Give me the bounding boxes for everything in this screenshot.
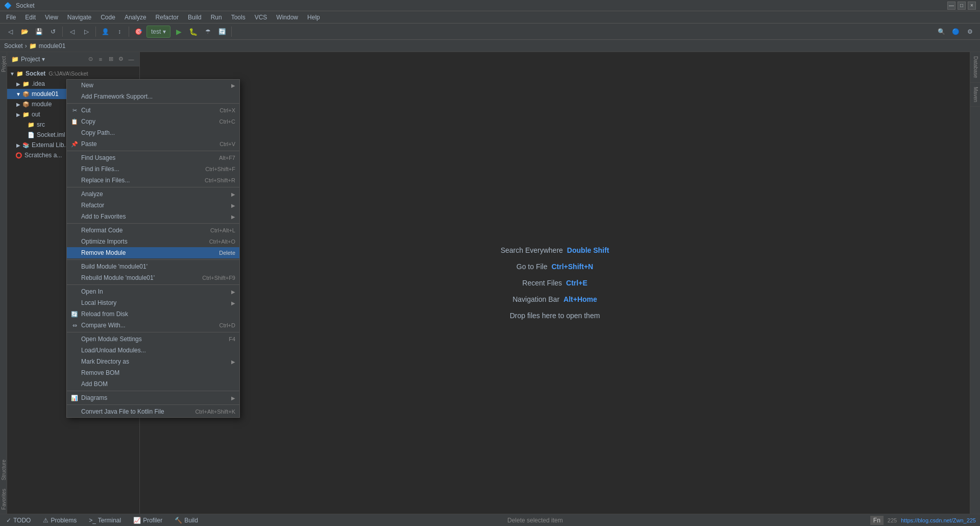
minimize-button[interactable]: — — [947, 2, 955, 10]
ctx-item-new[interactable]: New ▶ — [67, 80, 239, 91]
profiler-icon: 📈 — [133, 517, 141, 524]
tree-label-src: src — [37, 121, 45, 128]
toolbar-vcs-button[interactable]: ↕ — [113, 26, 126, 38]
ctx-item-mark-directory-as[interactable]: Mark Directory as ▶ — [67, 356, 239, 367]
ctx-item-add-bom[interactable]: Add BOM — [67, 378, 239, 390]
ctx-copy-label: Copy — [81, 118, 95, 125]
ctx-item-find-in-files[interactable]: Find in Files... Ctrl+Shift+F — [67, 163, 239, 175]
ctx-item-reformat-code[interactable]: Reformat Code Ctrl+Alt+L — [67, 225, 239, 236]
menu-item-analyze[interactable]: Analyze — [120, 13, 151, 22]
toolbar-save-button[interactable]: 💾 — [33, 26, 45, 38]
menu-item-view[interactable]: View — [41, 13, 62, 22]
ctx-item-load-unload-modules[interactable]: Load/Unload Modules... — [67, 345, 239, 356]
ctx-item-add-to-favorites[interactable]: Add to Favorites ▶ — [67, 211, 239, 222]
ctx-copy-icon: 📋 — [71, 118, 78, 125]
project-collapse-button[interactable]: ≡ — [96, 55, 105, 63]
menu-item-run[interactable]: Run — [207, 13, 226, 22]
menu-item-build[interactable]: Build — [184, 13, 206, 22]
ctx-item-convert-java[interactable]: Convert Java File to Kotlin File Ctrl+Al… — [67, 406, 239, 417]
project-sync-button[interactable]: ⊙ — [86, 55, 94, 63]
breadcrumb-folder-icon: 📁 — [29, 42, 37, 50]
menu-item-vcs[interactable]: VCS — [251, 13, 272, 22]
menu-item-code[interactable]: Code — [96, 13, 119, 22]
ctx-item-build-module[interactable]: Build Module 'module01' — [67, 261, 239, 272]
editor-hint-nav-bar-label: Navigation Bar — [512, 295, 559, 303]
right-tab-maven[interactable]: Maven — [970, 83, 980, 107]
ctx-item-add-framework[interactable]: Add Framework Support... — [67, 91, 239, 102]
project-title-dropdown-icon: ▾ — [42, 56, 45, 63]
ctx-item-remove-module[interactable]: Remove Module Delete — [67, 247, 239, 258]
bottom-tab-profiler[interactable]: 📈 Profiler — [131, 517, 164, 524]
run-button[interactable]: ▶ — [173, 26, 185, 38]
editor-hint-search-key: Double Shift — [567, 246, 609, 254]
debug-button[interactable]: 🐛 — [187, 26, 200, 38]
toolbar-open-file-button[interactable]: 📂 — [18, 26, 31, 38]
right-tab-database[interactable]: Database — [970, 52, 980, 83]
menu-item-file[interactable]: File — [2, 13, 20, 22]
run-config-button[interactable]: test ▾ — [146, 26, 170, 38]
bottom-tab-terminal[interactable]: >_ Terminal — [87, 517, 123, 524]
ctx-item-reload-from-disk[interactable]: 🔄 Reload from Disk — [67, 308, 239, 320]
maximize-button[interactable]: □ — [958, 2, 966, 10]
bottom-tab-build[interactable]: 🔨 Build — [173, 517, 200, 524]
ctx-item-cut[interactable]: ✂ Cut Ctrl+X — [67, 105, 239, 116]
menu-item-window[interactable]: Window — [272, 13, 302, 22]
ctx-item-new-left: New — [71, 82, 93, 89]
ctx-item-local-history[interactable]: Local History ▶ — [67, 297, 239, 308]
ctx-local-history-label: Local History — [81, 299, 116, 306]
ctx-compare-with-shortcut: Ctrl+D — [219, 322, 235, 328]
project-title[interactable]: 📁 Project ▾ — [11, 56, 45, 63]
menu-item-help[interactable]: Help — [303, 13, 324, 22]
project-settings-button[interactable]: ⚙ — [117, 55, 125, 63]
ctx-new-arrow: ▶ — [231, 83, 235, 88]
left-tab-structure[interactable]: Structure — [0, 456, 7, 485]
ctx-item-compare-with[interactable]: ⇔ Compare With... Ctrl+D — [67, 320, 239, 331]
toolbar-search-button[interactable]: 🔍 — [935, 26, 947, 38]
ctx-item-rebuild-module[interactable]: Rebuild Module 'module01' Ctrl+Shift+F9 — [67, 272, 239, 283]
ctx-item-find-usages[interactable]: Find Usages Alt+F7 — [67, 152, 239, 163]
close-button[interactable]: × — [968, 2, 976, 10]
ctx-item-copy-path-left: Copy Path... — [71, 129, 115, 136]
menu-item-navigate[interactable]: Navigate — [63, 13, 95, 22]
toolbar-redo-button[interactable]: ▷ — [80, 26, 92, 38]
menu-item-tools[interactable]: Tools — [227, 13, 250, 22]
context-menu: New ▶ Add Framework Support... ✂ Cut Ctr… — [66, 79, 240, 418]
ctx-item-refactor[interactable]: Refactor ▶ — [67, 200, 239, 211]
toolbar-separator-4 — [231, 27, 232, 37]
tree-item-root[interactable]: ▼ 📁 Socket G:\JAVA\Socket — [7, 68, 139, 79]
toolbar-undo-button[interactable]: ◁ — [66, 26, 78, 38]
left-tab-favorites[interactable]: Favorites — [0, 485, 7, 514]
bottom-tab-todo[interactable]: ✓ TODO — [4, 517, 33, 524]
profiler-label: Profiler — [143, 517, 162, 524]
ctx-find-in-files-shortcut: Ctrl+Shift+F — [205, 166, 235, 172]
ctx-new-label: New — [81, 82, 93, 89]
profile-button[interactable]: 🔄 — [216, 26, 228, 38]
toolbar-refresh-button[interactable]: ↺ — [47, 26, 59, 38]
ctx-item-replace-in-files[interactable]: Replace in Files... Ctrl+Shift+R — [67, 175, 239, 186]
ctx-item-copy[interactable]: 📋 Copy Ctrl+C — [67, 116, 239, 127]
ctx-find-usages-shortcut: Alt+F7 — [219, 155, 235, 161]
project-sort-button[interactable]: ⊞ — [107, 55, 115, 63]
ctx-item-open-module-settings[interactable]: Open Module Settings F4 — [67, 333, 239, 345]
ctx-item-paste[interactable]: 📌 Paste Ctrl+V — [67, 138, 239, 150]
toolbar-back-button[interactable]: ◁ — [4, 26, 16, 38]
toolbar-settings-button[interactable]: ⚙ — [964, 26, 976, 38]
menu-item-edit[interactable]: Edit — [21, 13, 40, 22]
ctx-item-optimize-imports[interactable]: Optimize Imports Ctrl+Alt+O — [67, 236, 239, 247]
toolbar-plugin-button[interactable]: 🔵 — [949, 26, 962, 38]
ctx-item-open-in[interactable]: Open In ▶ — [67, 286, 239, 297]
left-tab-project[interactable]: Project — [0, 52, 7, 76]
ctx-item-remove-bom[interactable]: Remove BOM — [67, 367, 239, 378]
coverage-button[interactable]: ☂ — [202, 26, 214, 38]
tree-arrow-module: ▶ — [15, 102, 21, 107]
ctx-item-analyze[interactable]: Analyze ▶ — [67, 188, 239, 200]
menu-item-refactor[interactable]: Refactor — [152, 13, 183, 22]
toolbar-user-button[interactable]: 👤 — [99, 26, 111, 38]
ctx-item-copy-path[interactable]: Copy Path... — [67, 127, 239, 138]
left-panel-tabs: Project Structure Favorites — [0, 52, 7, 514]
ctx-item-diagrams[interactable]: 📊 Diagrams ▶ — [67, 392, 239, 403]
toolbar-target-button[interactable]: 🎯 — [132, 26, 144, 38]
project-minimize-button[interactable]: — — [127, 55, 135, 63]
bottom-tab-problems[interactable]: ⚠ Problems — [41, 517, 79, 524]
ctx-item-reformat-code-left: Reformat Code — [71, 227, 122, 234]
